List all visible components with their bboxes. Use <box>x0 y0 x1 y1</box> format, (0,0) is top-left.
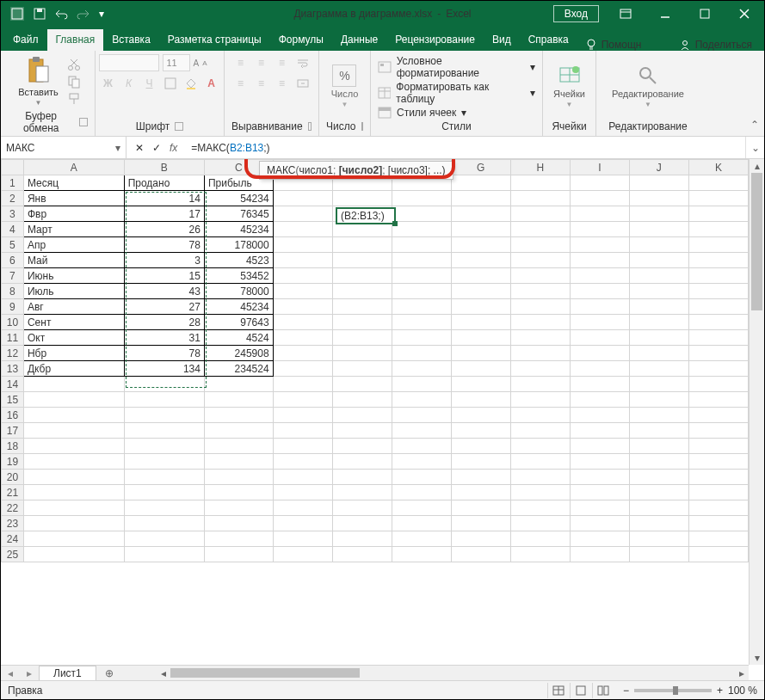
format-painter-icon[interactable] <box>67 92 81 106</box>
cell[interactable] <box>124 454 204 470</box>
cell[interactable] <box>204 500 273 516</box>
cell[interactable] <box>332 485 392 500</box>
border-icon[interactable] <box>161 75 180 92</box>
tab-insert[interactable]: Вставка <box>103 29 159 51</box>
cell[interactable] <box>570 392 629 408</box>
tell-me[interactable]: Помощн <box>577 39 651 51</box>
cell[interactable] <box>570 299 629 315</box>
cell[interactable] <box>629 423 688 439</box>
horizontal-scrollbar[interactable]: ◂ ▸ <box>157 666 749 680</box>
col-G[interactable]: G <box>451 160 510 175</box>
cell[interactable] <box>392 531 451 547</box>
cell[interactable] <box>273 392 332 408</box>
cell[interactable] <box>392 315 451 330</box>
cell[interactable] <box>570 346 629 361</box>
cell[interactable] <box>332 315 392 330</box>
cell[interactable] <box>451 361 510 377</box>
cell[interactable] <box>392 516 451 531</box>
cell[interactable] <box>688 408 748 423</box>
tab-help[interactable]: Справка <box>520 29 577 51</box>
cell[interactable] <box>23 531 124 547</box>
cell[interactable] <box>124 485 204 500</box>
cell[interactable] <box>392 284 451 299</box>
cell[interactable] <box>392 500 451 516</box>
cell[interactable] <box>570 315 629 330</box>
cell[interactable]: Авг <box>23 299 124 315</box>
cell[interactable]: 76345 <box>204 206 273 222</box>
cell[interactable] <box>451 454 510 470</box>
cell[interactable] <box>332 500 392 516</box>
row-header[interactable]: 16 <box>2 408 24 423</box>
cell[interactable]: 234524 <box>204 361 273 377</box>
save-icon[interactable] <box>34 8 46 20</box>
cell[interactable] <box>570 470 629 485</box>
cell[interactable]: Сент <box>23 315 124 330</box>
cell[interactable] <box>510 500 570 516</box>
cell[interactable]: 27 <box>124 299 204 315</box>
cell[interactable] <box>629 439 688 454</box>
cell[interactable] <box>629 408 688 423</box>
cell[interactable] <box>392 346 451 361</box>
cell[interactable] <box>629 284 688 299</box>
cell[interactable]: Июль <box>23 284 124 299</box>
cell[interactable]: 3 <box>124 253 204 268</box>
cell[interactable] <box>451 268 510 284</box>
row-header[interactable]: 8 <box>2 284 24 299</box>
cell[interactable] <box>23 377 124 392</box>
cell[interactable] <box>688 346 748 361</box>
cell[interactable] <box>629 377 688 392</box>
cell[interactable] <box>570 330 629 346</box>
cell[interactable] <box>451 206 510 222</box>
cell[interactable] <box>688 175 748 191</box>
cell[interactable] <box>510 454 570 470</box>
cell[interactable] <box>510 423 570 439</box>
cell[interactable] <box>23 500 124 516</box>
cell[interactable] <box>392 547 451 562</box>
cell[interactable] <box>629 470 688 485</box>
select-all[interactable] <box>2 160 24 175</box>
cell[interactable] <box>392 485 451 500</box>
cell[interactable] <box>451 392 510 408</box>
vertical-scrollbar[interactable]: ▴ ▾ <box>749 159 764 665</box>
cell[interactable] <box>332 470 392 485</box>
cell[interactable] <box>273 222 332 237</box>
cell[interactable] <box>273 237 332 253</box>
cell[interactable] <box>629 175 688 191</box>
cell[interactable] <box>392 392 451 408</box>
cell[interactable] <box>629 268 688 284</box>
align-center-icon[interactable]: ≡ <box>252 75 271 92</box>
cell[interactable] <box>570 454 629 470</box>
cell[interactable] <box>273 547 332 562</box>
cell[interactable] <box>510 547 570 562</box>
cell[interactable] <box>451 408 510 423</box>
close-button[interactable] <box>725 2 764 26</box>
cell[interactable] <box>629 222 688 237</box>
cell[interactable] <box>23 408 124 423</box>
normal-view-icon[interactable] <box>547 683 570 698</box>
col-B[interactable]: B <box>124 160 204 175</box>
cell[interactable] <box>392 268 451 284</box>
cell[interactable] <box>332 423 392 439</box>
cell[interactable] <box>688 547 748 562</box>
row-header[interactable]: 24 <box>2 531 24 547</box>
cell[interactable] <box>451 191 510 206</box>
tab-view[interactable]: Вид <box>484 29 520 51</box>
cell[interactable]: 4523 <box>204 253 273 268</box>
cell[interactable] <box>23 392 124 408</box>
cell[interactable]: 26 <box>124 222 204 237</box>
font-name-select[interactable] <box>99 54 159 71</box>
cell[interactable] <box>273 330 332 346</box>
cell[interactable] <box>570 500 629 516</box>
cell[interactable] <box>570 237 629 253</box>
cell[interactable] <box>23 547 124 562</box>
cell[interactable] <box>570 377 629 392</box>
cell[interactable]: 14 <box>124 191 204 206</box>
cell[interactable] <box>273 299 332 315</box>
bold-button[interactable]: Ж <box>99 75 118 92</box>
cell[interactable] <box>688 253 748 268</box>
cell[interactable] <box>510 408 570 423</box>
cell[interactable] <box>332 454 392 470</box>
cell[interactable] <box>510 222 570 237</box>
row-header[interactable]: 7 <box>2 268 24 284</box>
cell[interactable]: Янв <box>23 191 124 206</box>
